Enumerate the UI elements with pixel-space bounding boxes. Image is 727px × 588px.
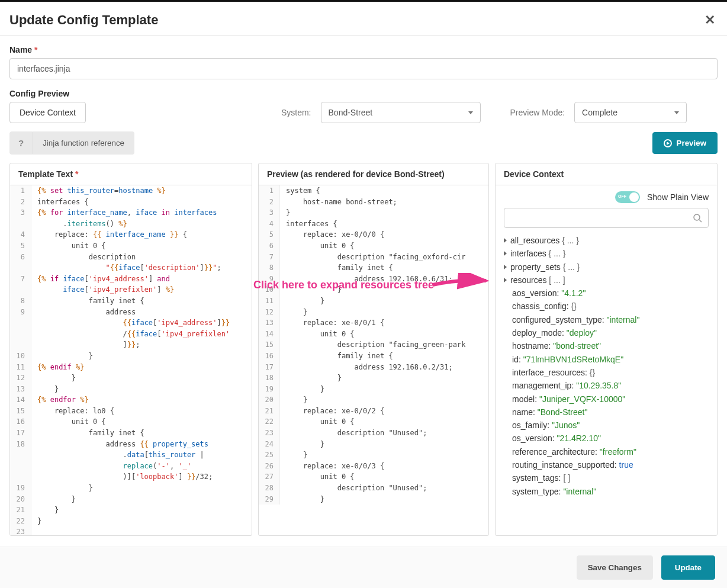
preview-header: Preview (as rendered for device Bond-Str… bbox=[259, 163, 488, 185]
tree-node-property_sets[interactable]: property_sets { ... } bbox=[504, 261, 709, 274]
save-changes-button[interactable]: Save Changes bbox=[577, 555, 653, 580]
tree-kv-configured_system_type: configured_system_type: "internal" bbox=[504, 313, 709, 326]
svg-point-0 bbox=[694, 214, 700, 220]
device-context-panel: Device Context OFF Show Plain View all_r… bbox=[495, 163, 718, 536]
tree-kv-deploy_mode: deploy_mode: "deploy" bbox=[504, 326, 709, 339]
preview-button[interactable]: Preview bbox=[652, 132, 718, 154]
tree-kv-name: name: "Bond-Street" bbox=[504, 406, 709, 419]
jinja-ref-button[interactable]: Jinja function reference bbox=[33, 131, 134, 155]
preview-mode-select[interactable]: Complete bbox=[574, 102, 687, 123]
tree-kv-routing_instance_supported: routing_instance_supported: true bbox=[504, 458, 709, 471]
help-button[interactable]: ? bbox=[9, 131, 33, 155]
tree-kv-id: id: "71lmHBVN1dSRetoMkqE" bbox=[504, 353, 709, 366]
tree-kv-system_tags: system_tags: [ ] bbox=[504, 471, 709, 484]
tree-kv-model: model: "Juniper_VQFX-10000" bbox=[504, 393, 709, 406]
tree-kv-system_type: system_type: "internal" bbox=[504, 485, 709, 498]
device-context-button[interactable]: Device Context bbox=[9, 102, 86, 123]
caret-down-icon bbox=[468, 111, 473, 114]
update-button[interactable]: Update bbox=[661, 555, 715, 580]
caret-down-icon bbox=[674, 111, 679, 114]
device-context-tree[interactable]: all_resources { ... }interfaces { ... }p… bbox=[496, 234, 717, 506]
device-context-header: Device Context bbox=[496, 163, 717, 185]
tree-kv-chassis_config: chassis_config: {} bbox=[504, 300, 709, 313]
modal-header: Update Config Template ✕ bbox=[0, 2, 727, 36]
tree-kv-os_version: os_version: "21.4R2.10" bbox=[504, 432, 709, 445]
plain-view-toggle[interactable]: OFF bbox=[615, 191, 640, 203]
tree-kv-management_ip: management_ip: "10.29.35.8" bbox=[504, 379, 709, 392]
close-icon[interactable]: ✕ bbox=[705, 12, 715, 28]
template-text-header: Template Text * bbox=[10, 163, 252, 185]
preview-output: 1system {2 host-name bond-street;3}4inte… bbox=[259, 185, 488, 535]
modal-title: Update Config Template bbox=[9, 12, 158, 28]
preview-mode-label: Preview Mode: bbox=[510, 108, 565, 117]
name-input[interactable] bbox=[9, 58, 718, 79]
tree-kv-aos_version: aos_version: "4.1.2" bbox=[504, 287, 709, 300]
tree-node-resources[interactable]: resources [ ... ] bbox=[504, 274, 709, 287]
system-label: System: bbox=[281, 108, 311, 117]
preview-panel: Preview (as rendered for device Bond-Str… bbox=[258, 163, 489, 536]
play-icon bbox=[667, 142, 670, 145]
context-search-input[interactable] bbox=[504, 208, 709, 228]
tree-kv-reference_architecture: reference_architecture: "freeform" bbox=[504, 445, 709, 458]
name-label: Name * bbox=[9, 45, 718, 54]
tree-node-interfaces[interactable]: interfaces { ... } bbox=[504, 247, 709, 260]
template-text-panel: Template Text * 1{% set this_router=host… bbox=[9, 163, 252, 536]
template-editor[interactable]: 1{% set this_router=hostname %}2interfac… bbox=[10, 185, 252, 535]
tree-node-all_resources[interactable]: all_resources { ... } bbox=[504, 234, 709, 247]
plain-view-label: Show Plain View bbox=[647, 192, 709, 202]
config-preview-label: Config Preview bbox=[9, 89, 718, 98]
svg-line-1 bbox=[699, 220, 702, 222]
tree-kv-os_family: os_family: "Junos" bbox=[504, 419, 709, 432]
tree-kv-hostname: hostname: "bond-street" bbox=[504, 339, 709, 352]
search-icon bbox=[693, 213, 702, 223]
modal-footer: Save Changes Update bbox=[0, 547, 727, 588]
tree-kv-interface_resources: interface_resources: {} bbox=[504, 366, 709, 379]
system-select[interactable]: Bond-Street bbox=[321, 102, 481, 123]
